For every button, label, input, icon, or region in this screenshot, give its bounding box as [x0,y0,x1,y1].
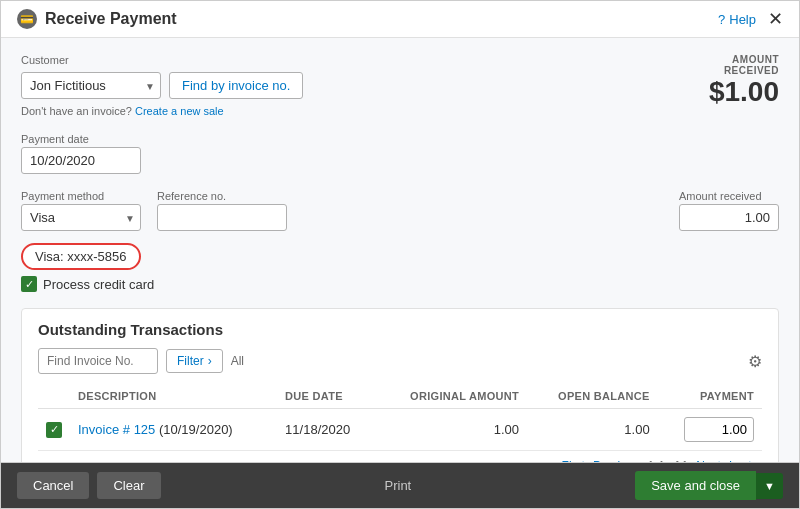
modal-body: Customer Jon Fictitious ▼ Find by invoic… [1,38,799,462]
process-credit-row: ✓ Process credit card [21,276,779,292]
no-invoice-text: Don't have an invoice? Create a new sale [21,105,303,117]
help-circle-icon: ? [718,12,725,27]
table-row: ✓ Invoice # 125 (10/19/2020) 11/18/2020 … [38,409,762,451]
payment-method-select[interactable]: Visa [21,204,141,231]
customer-select-wrapper: Jon Fictitious ▼ [21,72,161,99]
amount-received-input[interactable] [679,204,779,231]
customer-label: Customer [21,54,303,66]
outstanding-table: DESCRIPTION DUE DATE ORIGINAL AMOUNT OPE… [38,384,762,451]
clear-button[interactable]: Clear [97,472,160,499]
amount-received-box: AMOUNTRECEIVED $1.00 [709,54,779,108]
payment-date-section: Payment date [21,133,779,174]
close-button[interactable]: ✕ [768,10,783,28]
modal-header: 💳 Receive Payment ? Help ✕ [1,1,799,38]
payment-method-field: Payment method Visa ▼ [21,190,141,231]
col-original-amount: ORIGINAL AMOUNT [375,384,527,409]
col-due-date: DUE DATE [277,384,375,409]
modal-title: Receive Payment [45,10,177,28]
payment-method-row: Payment method Visa ▼ Reference no. Amou… [21,190,779,231]
payment-date-label: Payment date [21,133,779,145]
col-checkbox [38,384,70,409]
row-payment-cell [658,409,762,451]
process-credit-checkbox[interactable]: ✓ [21,276,37,292]
visa-card-badge[interactable]: Visa: xxxx-5856 [21,243,141,270]
cancel-button[interactable]: Cancel [17,472,89,499]
table-header-row: DESCRIPTION DUE DATE ORIGINAL AMOUNT OPE… [38,384,762,409]
outstanding-transactions-section: Outstanding Transactions Filter › All ⚙ … [21,308,779,462]
modal-footer: Cancel Clear Print Save and close ▼ [1,462,799,508]
col-description: DESCRIPTION [70,384,277,409]
chevron-right-icon: › [208,354,212,368]
save-close-dropdown-button[interactable]: ▼ [756,473,783,499]
outstanding-title: Outstanding Transactions [38,321,762,338]
payment-date-input[interactable] [21,147,141,174]
customer-row: Jon Fictitious ▼ Find by invoice no. [21,72,303,99]
reference-no-field: Reference no. [157,190,287,231]
footer-left: Cancel Clear [17,472,161,499]
process-credit-label: Process credit card [43,277,154,292]
receive-payment-modal: 💳 Receive Payment ? Help ✕ Customer Jon … [0,0,800,509]
visa-card-label: Visa: xxxx-5856 [35,249,127,264]
print-button[interactable]: Print [385,478,412,493]
col-open-balance: OPEN BALANCE [527,384,658,409]
find-invoice-input[interactable] [38,348,158,374]
filter-label: Filter [177,354,204,368]
top-section: Customer Jon Fictitious ▼ Find by invoic… [21,54,779,117]
all-label: All [231,354,244,368]
row-checkbox[interactable]: ✓ [46,422,62,438]
filter-row: Filter › All ⚙ [38,348,762,374]
amount-received-input-label: Amount received [679,190,779,202]
save-close-group: Save and close ▼ [635,471,783,500]
invoice-date-suffix: (10/19/2020) [159,422,233,437]
row-payment-input[interactable] [684,417,754,442]
amount-received-value: $1.00 [709,76,779,108]
find-by-invoice-button[interactable]: Find by invoice no. [169,72,303,99]
col-payment: PAYMENT [658,384,762,409]
create-new-sale-link[interactable]: Create a new sale [135,105,224,117]
row-original-amount: 1.00 [375,409,527,451]
payment-method-label: Payment method [21,190,141,202]
customer-area: Customer Jon Fictitious ▼ Find by invoic… [21,54,303,117]
reference-no-label: Reference no. [157,190,287,202]
payment-icon: 💳 [17,9,37,29]
invoice-link[interactable]: Invoice # 125 [78,422,155,437]
row-description: Invoice # 125 (10/19/2020) [70,409,277,451]
help-button[interactable]: ? Help [718,12,756,27]
gear-icon-button[interactable]: ⚙ [748,352,762,371]
customer-select[interactable]: Jon Fictitious [21,72,161,99]
row-due-date: 11/18/2020 [277,409,375,451]
header-right: ? Help ✕ [718,10,783,28]
row-open-balance: 1.00 [527,409,658,451]
row-checkbox-cell: ✓ [38,409,70,451]
save-and-close-button[interactable]: Save and close [635,471,756,500]
footer-center: Print [385,478,412,493]
filter-button[interactable]: Filter › [166,349,223,373]
amount-received-label: AMOUNTRECEIVED [709,54,779,76]
payment-method-select-wrapper: Visa ▼ [21,204,141,231]
amount-received-input-field: Amount received [679,190,779,231]
header-left: 💳 Receive Payment [17,9,177,29]
reference-no-input[interactable] [157,204,287,231]
